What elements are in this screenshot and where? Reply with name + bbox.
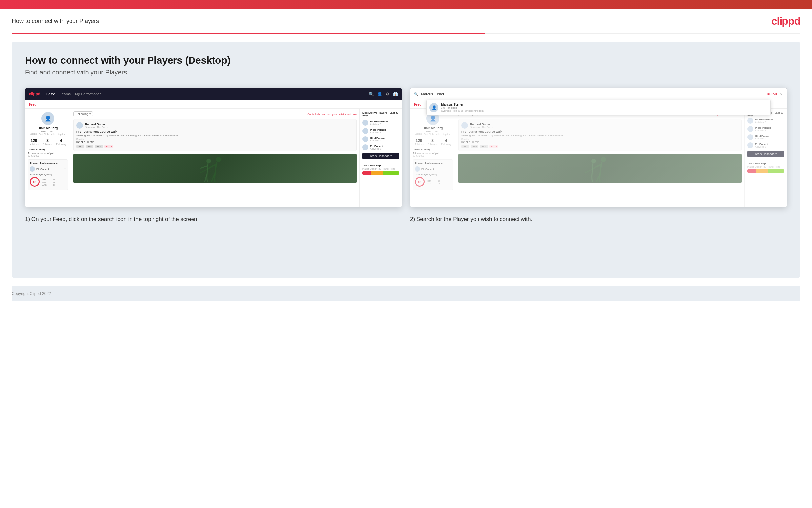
screenshot-2-nav-area: clippd Home Teams My Performance 🔍 👤 ⚙: [410, 88, 787, 100]
nav-links: Home Teams My Performance: [46, 92, 101, 96]
screenshot-2-frame: clippd Home Teams My Performance 🔍 👤 ⚙: [410, 88, 787, 207]
profile-role-2: Golf Coach: [413, 130, 453, 133]
pl-name-2-2: Piers Parnell: [755, 126, 771, 129]
header-divider: [12, 33, 800, 34]
team-dashboard-button[interactable]: Team Dashboard: [363, 153, 399, 159]
footer: Copyright Clippd 2022: [12, 286, 800, 301]
pl-acts-2-3: Activities: 3: [755, 137, 769, 140]
nav-my-performance[interactable]: My Performance: [75, 92, 102, 96]
activities-label: Activities: [30, 143, 39, 145]
screenshot-1-col: clippd Home Teams My Performance 🔍 👤 ⚙ 👔: [25, 88, 402, 234]
avatar-icon[interactable]: 👔: [393, 92, 398, 96]
pl-acts-2-4: Activities: 1: [755, 146, 768, 148]
search-input-text[interactable]: Marcus Turner: [421, 92, 764, 96]
pp-player-row-2: Eli Vincent: [415, 166, 450, 172]
act-tags: OTT APP ARG PUTT: [77, 145, 354, 148]
stats-row-2: 129 Activities 3 Followers 4 Following: [413, 138, 453, 145]
header: How to connect with your Players clippd: [0, 9, 812, 33]
pl-info-2-3: Hiral Pujara Activities: 3: [755, 134, 769, 140]
step-2-text: 2) Search for the Player you wish to con…: [410, 207, 787, 234]
pl-avatar-2-2: [748, 126, 753, 132]
followers-count-2: 3: [428, 138, 437, 143]
pl-acts-4: Activities: 1: [370, 148, 383, 150]
tpq-label-2: Total Player Quality: [415, 173, 450, 176]
sr-info: Marcus Turner 1-5 Handicap Cypress Point…: [441, 103, 484, 112]
main-title: How to connect with your Players (Deskto…: [25, 55, 787, 66]
pl-info-2: Piers Parnell Activities: 4: [370, 128, 386, 134]
following-button[interactable]: Following ▾: [74, 111, 93, 117]
pl-avatar-2: [363, 128, 368, 134]
pl-acts-2: Activities: 4: [370, 131, 386, 134]
profile-card: 👤 Blair McHarg Golf Coach Mill Ride Golf…: [28, 112, 68, 135]
activities-label-2: Activities: [415, 143, 424, 145]
feed-tab-2[interactable]: Feed: [414, 103, 421, 108]
pl-avatar-2-3: [748, 134, 753, 140]
search-result-dropdown[interactable]: 👤 Marcus Turner 1-5 Handicap Cypress Poi…: [426, 100, 771, 115]
nav-icons: 🔍 👤 ⚙ 👔: [369, 92, 398, 96]
feed-tab[interactable]: Feed: [29, 103, 36, 108]
ott-val: 79: [51, 179, 55, 181]
center-panel-2: Following ▾ Control who can see your act…: [456, 109, 745, 207]
activities-count: 129: [30, 138, 39, 143]
control-link[interactable]: Control who can see your activity and da…: [307, 113, 357, 116]
team-dashboard-button-2[interactable]: Team Dashboard: [748, 151, 784, 157]
pl-acts-1: Activities: 7: [370, 123, 388, 125]
metric-app-2: APP 70: [427, 183, 440, 185]
tag-arg: ARG: [95, 145, 103, 148]
left-panel-2: 👤 Blair McHarg Golf Coach Mill Ride Golf…: [410, 109, 456, 207]
nav-teams[interactable]: Teams: [60, 92, 70, 96]
search-icon[interactable]: 🔍: [369, 92, 374, 96]
svg-point-2: [601, 157, 606, 162]
most-active-title: Most Active Players - Last 30 days: [363, 111, 399, 117]
pl-info-2-4: Eli Vincent Activities: 1: [755, 143, 768, 148]
metric-app: APP 70: [42, 181, 55, 183]
page-title: How to connect with your Players: [12, 18, 99, 25]
act-name: Richard Butler: [85, 123, 108, 126]
golfer-silhouette-2: [584, 155, 617, 182]
score-circle-2: 84: [415, 177, 425, 187]
pl-avatar-1: [363, 120, 368, 126]
logo: clippd: [771, 15, 800, 27]
app-label: APP: [42, 181, 49, 183]
metric-arg: ARG 61: [42, 184, 55, 186]
th-title: Team Heatmap: [363, 164, 399, 167]
pl-info-2-1: Richard Butler Activities: 7: [755, 118, 773, 123]
right-panel-1: Most Active Players - Last 30 days Richa…: [360, 109, 402, 207]
stat-followers: 3 Followers: [43, 138, 52, 145]
main-content: How to connect with your Players (Deskto…: [12, 42, 800, 278]
hm-green: [383, 171, 399, 175]
followers-count: 3: [43, 138, 52, 143]
tag-arg-2: ARG: [480, 145, 488, 148]
arg-label: ARG: [42, 184, 49, 186]
metric-bars-2: OTT 79 APP 70: [427, 180, 440, 185]
tag-ott-2: OTT: [462, 145, 469, 148]
ott-label: OTT: [42, 179, 49, 181]
arg-val: 61: [51, 184, 55, 186]
la-date-2: 27 Jul 2022: [413, 155, 453, 157]
act-duration: 02 hr : 00 min: [77, 140, 354, 144]
top-bar: [0, 0, 812, 9]
act-info-2: Richard Butler Yesterday · The Grove: [470, 123, 493, 128]
nav-home[interactable]: Home: [46, 92, 55, 96]
profile-role: Golf Coach: [28, 130, 68, 133]
search-clear-button[interactable]: CLEAR: [767, 92, 777, 95]
ott-val-2: 79: [436, 180, 440, 182]
pl-name-1: Richard Butler: [370, 120, 388, 123]
player-item-2-1: Richard Butler Activities: 7: [748, 118, 784, 124]
settings-icon[interactable]: ⚙: [386, 92, 390, 96]
pp-dropdown-icon[interactable]: ▾: [64, 168, 65, 171]
pp-player-name-2: Eli Vincent: [421, 168, 434, 171]
following-count-2: 4: [441, 138, 451, 143]
screenshots-row: clippd Home Teams My Performance 🔍 👤 ⚙ 👔: [25, 88, 787, 234]
hm-green-2: [768, 169, 784, 173]
app-nav-1: clippd Home Teams My Performance 🔍 👤 ⚙ 👔: [25, 88, 402, 100]
user-icon[interactable]: 👤: [377, 92, 382, 96]
team-heatmap-2: Team Heatmap Player Quality · 20 Round T…: [748, 160, 784, 173]
act-avatar-2: [462, 122, 468, 129]
activity-header: Richard Butler Yesterday · The Grove: [77, 122, 354, 129]
profile-card-2: 👤 Blair McHarg Golf Coach Mill Ride Golf…: [413, 112, 453, 135]
search-close-button[interactable]: ✕: [779, 92, 783, 96]
act-title-2: Pre Tournament Course Walk: [462, 130, 739, 133]
svg-point-1: [206, 159, 211, 163]
latest-activity: Latest Activity Afternoon round of golf …: [28, 148, 68, 157]
